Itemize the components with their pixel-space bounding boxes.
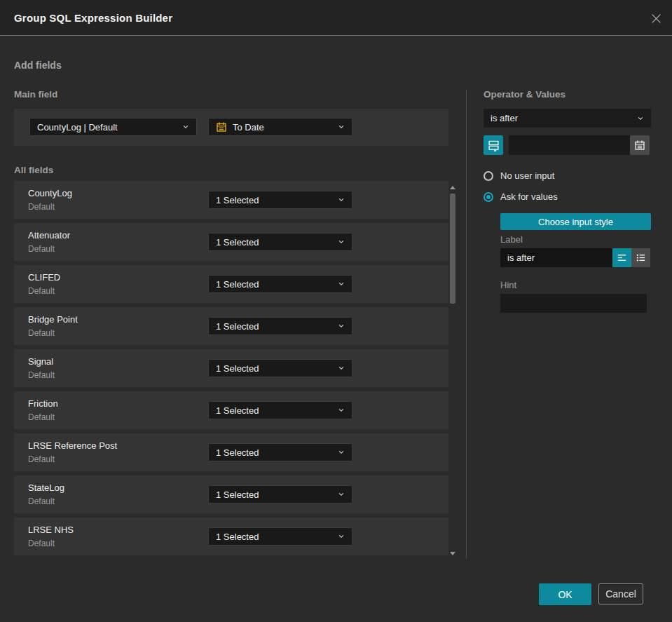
hint-heading: Hint <box>500 280 516 290</box>
radio-ask-for-values[interactable]: Ask for values <box>484 191 558 202</box>
main-field-dropdown-value: CountyLog | Default <box>37 122 118 133</box>
chevron-down-icon <box>182 123 189 130</box>
field-selected-dropdown[interactable]: 1 Selected <box>208 191 352 209</box>
value-input[interactable] <box>509 135 630 155</box>
label-input[interactable] <box>500 248 612 267</box>
list-scrollbar[interactable] <box>449 184 456 557</box>
field-selected-dropdown[interactable]: 1 Selected <box>208 317 352 335</box>
radio-label: Ask for values <box>500 191 558 202</box>
field-selected-value: 1 Selected <box>216 321 259 332</box>
field-row: LRSE Reference Post Default 1 Selected <box>14 433 448 471</box>
field-subtitle: Default <box>28 286 55 296</box>
operator-dropdown-value: is after <box>491 113 518 123</box>
all-fields-list: CountyLog Default 1 Selected Attenuator … <box>14 181 448 560</box>
chevron-down-icon <box>338 196 345 203</box>
field-selected-value: 1 Selected <box>216 279 259 290</box>
dialog-header: Group SQL Expression Builder <box>0 0 672 36</box>
main-field-dropdown[interactable]: CountyLog | Default <box>29 118 197 136</box>
field-selected-dropdown[interactable]: 1 Selected <box>208 401 352 419</box>
chevron-down-icon <box>637 115 644 122</box>
ok-button[interactable]: OK <box>539 583 591 605</box>
label-heading: Label <box>500 234 523 245</box>
field-selected-dropdown[interactable]: 1 Selected <box>208 275 352 293</box>
dialog-title: Group SQL Expression Builder <box>14 12 172 24</box>
field-subtitle: Default <box>28 454 55 464</box>
field-row: CLIFED Default 1 Selected <box>14 265 448 303</box>
chevron-down-icon <box>338 365 345 372</box>
chevron-down-icon <box>338 238 345 245</box>
add-fields-heading: Add fields <box>14 60 62 71</box>
chevron-down-icon <box>338 280 345 288</box>
main-field-date-dropdown[interactable]: To Date <box>208 118 352 136</box>
main-field-heading: Main field <box>14 89 57 100</box>
field-name: StateLog <box>28 482 64 493</box>
field-row: CountyLog Default 1 Selected <box>14 181 448 219</box>
field-name: Signal <box>28 356 53 367</box>
field-subtitle: Default <box>28 412 55 422</box>
field-selected-dropdown[interactable]: 1 Selected <box>208 443 352 461</box>
label-style-list-button[interactable] <box>631 248 650 267</box>
field-selected-dropdown[interactable]: 1 Selected <box>208 485 352 503</box>
field-selected-value: 1 Selected <box>216 363 259 374</box>
calendar-icon <box>634 140 645 151</box>
chevron-down-icon <box>338 533 345 540</box>
field-name: Friction <box>28 398 58 409</box>
group-sql-expression-builder-dialog: Group SQL Expression Builder Add fields … <box>0 0 672 622</box>
operator-dropdown[interactable]: is after <box>484 109 651 128</box>
cancel-button[interactable]: Cancel <box>598 583 643 604</box>
scrollbar-up-arrow-icon[interactable] <box>450 186 455 189</box>
scrollbar-down-arrow-icon[interactable] <box>450 552 455 555</box>
radio-label: No user input <box>500 170 554 181</box>
radio-circle[interactable] <box>484 171 493 181</box>
panel-divider <box>466 90 467 559</box>
field-row: LRSE NHS Default 1 Selected <box>14 518 448 555</box>
field-selected-value: 1 Selected <box>216 237 259 248</box>
chevron-down-icon <box>338 407 345 414</box>
choose-input-style-button[interactable]: Choose input style <box>500 213 651 230</box>
field-row: Friction Default 1 Selected <box>14 391 448 429</box>
main-field-date-value: To Date <box>233 122 264 133</box>
field-selected-value: 1 Selected <box>216 195 259 205</box>
field-selected-dropdown[interactable]: 1 Selected <box>208 233 352 251</box>
field-row: Attenuator Default 1 Selected <box>14 223 448 261</box>
field-subtitle: Default <box>28 370 55 380</box>
scrollbar-thumb[interactable] <box>450 194 455 304</box>
field-row: Bridge Point Default 1 Selected <box>14 307 448 345</box>
field-subtitle: Default <box>28 496 55 506</box>
chevron-down-icon <box>338 491 345 498</box>
field-subtitle: Default <box>28 539 55 548</box>
list-icon <box>636 252 646 263</box>
field-selected-dropdown[interactable]: 1 Selected <box>208 359 352 377</box>
field-selected-dropdown[interactable]: 1 Selected <box>208 527 352 546</box>
calendar-icon <box>216 121 227 133</box>
field-name: CountyLog <box>28 188 72 198</box>
close-button[interactable] <box>649 11 663 25</box>
label-style-single-button[interactable] <box>612 248 631 267</box>
field-name: Bridge Point <box>28 314 78 325</box>
field-name: CLIFED <box>28 272 60 283</box>
value-source-icon <box>488 140 500 151</box>
field-row: Signal Default 1 Selected <box>14 349 448 387</box>
field-selected-value: 1 Selected <box>216 405 259 416</box>
field-selected-value: 1 Selected <box>216 447 259 458</box>
field-row: StateLog Default 1 Selected <box>14 475 448 513</box>
main-field-panel: CountyLog | Default To Date <box>14 109 448 146</box>
chevron-down-icon <box>338 123 345 130</box>
value-source-button[interactable] <box>484 135 503 155</box>
radio-no-user-input[interactable]: No user input <box>484 170 554 181</box>
all-fields-heading: All fields <box>14 165 53 175</box>
field-selected-value: 1 Selected <box>216 532 259 542</box>
chevron-down-icon <box>338 449 345 456</box>
field-subtitle: Default <box>28 202 55 212</box>
value-calendar-button[interactable] <box>630 135 650 155</box>
close-icon <box>650 13 662 25</box>
field-name: LRSE NHS <box>28 525 74 535</box>
operator-values-heading: Operator & Values <box>484 89 565 100</box>
align-left-icon <box>617 252 627 263</box>
field-name: Attenuator <box>28 230 70 241</box>
chevron-down-icon <box>338 323 345 330</box>
field-name: LRSE Reference Post <box>28 440 117 451</box>
radio-circle[interactable] <box>484 192 493 202</box>
hint-input[interactable] <box>500 294 647 313</box>
field-subtitle: Default <box>28 328 55 338</box>
